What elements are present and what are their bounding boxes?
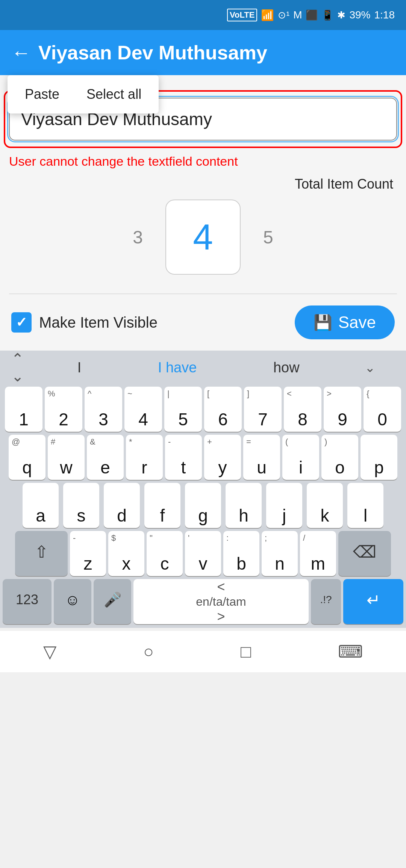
suggestion-middle[interactable]: I have — [147, 356, 208, 380]
key-space[interactable]: < en/ta/tam > — [133, 579, 309, 624]
signal-icon: 📶 — [261, 9, 274, 21]
suggestion-left[interactable]: I — [66, 356, 93, 380]
battery-text: 39% — [349, 9, 370, 21]
key-o[interactable]: )o — [321, 435, 358, 480]
key-e[interactable]: &e — [87, 435, 124, 480]
volte-icon: VoLTE — [227, 9, 257, 21]
key-u[interactable]: =u — [243, 435, 280, 480]
key-dotmarks[interactable]: .!? — [311, 579, 341, 624]
key-4[interactable]: ~4 — [124, 387, 162, 432]
checkbox[interactable]: ✓ — [11, 312, 32, 333]
counter-section: Total Item Count 3 4 5 — [0, 172, 406, 293]
checkbox-label: Make Item Visible — [39, 314, 158, 331]
context-menu: Paste Select all — [8, 75, 159, 113]
key-0[interactable]: {0 — [364, 387, 401, 432]
a-row: a s d f g h j k l — [0, 483, 406, 528]
key-a[interactable]: a — [23, 483, 59, 528]
app-bar-title: Viyasan Dev Muthusamy — [38, 41, 267, 64]
teams-icon: ⬛ — [306, 9, 318, 21]
key-backspace[interactable]: ⌫ — [338, 531, 391, 576]
key-5[interactable]: |5 — [164, 387, 202, 432]
key-1[interactable]: 1 — [5, 387, 42, 432]
key-7[interactable]: ]7 — [244, 387, 282, 432]
bluetooth-icon: ✱ — [337, 9, 345, 21]
key-8[interactable]: <8 — [284, 387, 321, 432]
key-shift[interactable]: ⇧ — [15, 531, 68, 576]
check-icon: ✓ — [16, 315, 27, 330]
select-all-button[interactable]: Select all — [73, 83, 155, 106]
suggestion-right[interactable]: how — [262, 356, 311, 380]
key-emoji[interactable]: ☺ — [54, 579, 91, 624]
key-2[interactable]: %2 — [45, 387, 82, 432]
key-123[interactable]: 123 — [3, 579, 52, 624]
key-9[interactable]: >9 — [324, 387, 361, 432]
checkbox-row: ✓ Make Item Visible — [11, 312, 158, 333]
key-w[interactable]: #w — [48, 435, 85, 480]
q-row: @q #w &e *r -t +y =u (i )o p — [0, 435, 406, 480]
suggestion-chevron-icon[interactable]: ⌃⌄ — [4, 346, 32, 389]
key-x[interactable]: $x — [108, 531, 144, 576]
nav-recents-icon[interactable]: □ — [241, 641, 251, 662]
key-f[interactable]: f — [144, 483, 180, 528]
status-bar: VoLTE 📶 ⊙¹ M ⬛ 📱 ✱ 39% 1:18 — [0, 0, 406, 30]
counter-right: 5 — [263, 227, 273, 248]
status-icons: VoLTE 📶 ⊙¹ M ⬛ 📱 ✱ 39% 1:18 — [227, 9, 395, 21]
key-h[interactable]: h — [226, 483, 262, 528]
nav-bar: ▽ ○ □ ⌨ — [0, 631, 406, 672]
key-j[interactable]: j — [266, 483, 302, 528]
back-button[interactable]: ← — [11, 41, 31, 64]
key-m[interactable]: /m — [300, 531, 336, 576]
key-v[interactable]: 'v — [185, 531, 221, 576]
key-6[interactable]: [6 — [204, 387, 242, 432]
key-c[interactable]: "c — [147, 531, 183, 576]
key-3[interactable]: ^3 — [85, 387, 122, 432]
counter-picker[interactable]: 3 4 5 — [9, 200, 397, 275]
suggestion-dropdown-icon[interactable]: ⌄ — [365, 360, 375, 375]
key-b[interactable]: :b — [223, 531, 259, 576]
save-label: Save — [338, 313, 376, 332]
suggestion-bar: ⌃⌄ I I have how ⌄ — [0, 351, 406, 384]
counter-label: Total Item Count — [9, 176, 397, 192]
counter-left: 3 — [133, 227, 143, 248]
suggestion-items: I I have how ⌄ — [39, 356, 402, 380]
bottom-row: ✓ Make Item Visible 💾 Save — [0, 294, 406, 351]
time-text: 1:18 — [374, 9, 395, 21]
key-r[interactable]: *r — [126, 435, 163, 480]
paste-button[interactable]: Paste — [11, 83, 73, 106]
num-row: 1 %2 ^3 ~4 |5 [6 ]7 <8 >9 {0 — [0, 387, 406, 432]
app-bar: ← Viyasan Dev Muthusamy — [0, 30, 406, 75]
keyboard: 1 %2 ^3 ~4 |5 [6 ]7 <8 >9 {0 @q #w &e *r… — [0, 384, 406, 628]
key-d[interactable]: d — [104, 483, 140, 528]
nav-back-icon[interactable]: ▽ — [43, 641, 56, 662]
nav-keyboard-icon[interactable]: ⌨ — [338, 641, 363, 662]
counter-selected-value: 4 — [193, 216, 213, 258]
nav-home-icon[interactable]: ○ — [143, 641, 154, 662]
whatsapp-icon: 📱 — [321, 9, 333, 21]
bottom-row-keyboard: 123 ☺ 🎤 < en/ta/tam > .!? ↵ — [0, 579, 406, 628]
key-i[interactable]: (i — [282, 435, 319, 480]
save-button[interactable]: 💾 Save — [295, 305, 395, 339]
key-z[interactable]: -z — [70, 531, 106, 576]
key-q[interactable]: @q — [9, 435, 45, 480]
key-l[interactable]: l — [347, 483, 383, 528]
key-p[interactable]: p — [361, 435, 397, 480]
key-n[interactable]: ;n — [262, 531, 298, 576]
key-y[interactable]: +y — [204, 435, 241, 480]
gmail-icon: M — [293, 9, 302, 21]
key-k[interactable]: k — [307, 483, 343, 528]
key-t[interactable]: -t — [165, 435, 202, 480]
key-s[interactable]: s — [63, 483, 99, 528]
key-mic[interactable]: 🎤 — [94, 579, 131, 624]
key-enter[interactable]: ↵ — [343, 579, 403, 624]
z-row: ⇧ -z $x "c 'v :b ;n /m ⌫ — [0, 531, 406, 576]
save-icon: 💾 — [314, 314, 332, 331]
error-message: User cannot change the textfield content — [0, 148, 406, 172]
location-icon: ⊙¹ — [278, 9, 289, 21]
key-g[interactable]: g — [185, 483, 221, 528]
main-content: Paste Select all User cannot change the … — [0, 75, 406, 351]
counter-selected-box[interactable]: 4 — [165, 200, 241, 275]
